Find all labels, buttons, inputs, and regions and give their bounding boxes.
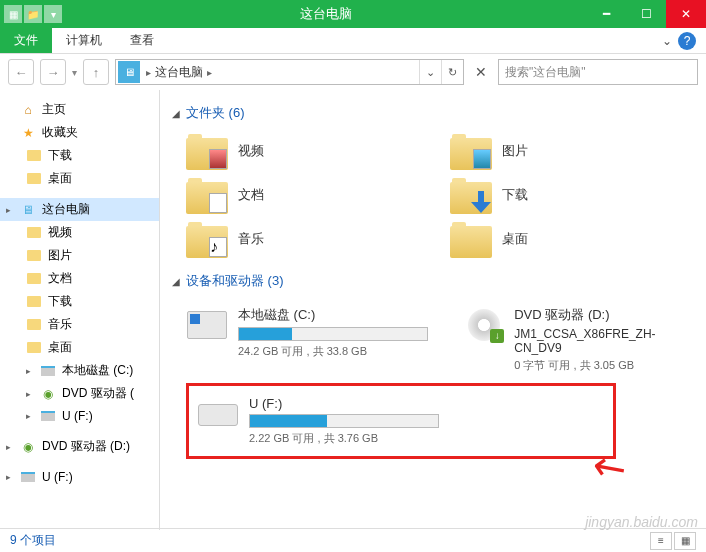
tree-label: 下载 <box>48 293 72 310</box>
tree-label: 音乐 <box>48 316 72 333</box>
folders-section-header[interactable]: ◢ 文件夹 (6) <box>172 104 694 122</box>
drive-stats: 24.2 GB 可用 , 共 33.8 GB <box>238 344 434 359</box>
drive-icon <box>40 408 56 424</box>
folder-music[interactable]: ♪音乐 <box>186 220 430 258</box>
properties-icon[interactable]: ▦ <box>4 5 22 23</box>
tree-favorites[interactable]: ★收藏夹 <box>0 121 159 144</box>
tab-computer[interactable]: 计算机 <box>52 28 116 53</box>
collapse-icon[interactable]: ◢ <box>172 276 180 287</box>
tree-downloads[interactable]: 下载 <box>0 290 159 313</box>
drive-u[interactable]: U (F:) 2.22 GB 可用 , 共 3.76 GB <box>197 390 605 452</box>
caret-icon[interactable]: ▸ <box>6 472 14 482</box>
address-bar[interactable]: 🖥 ▸ 这台电脑 ▸ ⌄ ↻ <box>115 59 464 85</box>
dropdown-icon[interactable]: ▾ <box>44 5 62 23</box>
maximize-button[interactable]: ☐ <box>626 0 666 28</box>
folder-label: 视频 <box>238 142 264 160</box>
pc-icon: 🖥 <box>20 202 36 218</box>
drive-sublabel: JM1_CCSA_X86FRE_ZH-CN_DV9 <box>514 327 694 355</box>
folder-icon <box>26 294 42 310</box>
tree-desktop[interactable]: 桌面 <box>0 336 159 359</box>
tree-home[interactable]: ⌂主页 <box>0 98 159 121</box>
section-title: 文件夹 (6) <box>186 104 245 122</box>
watermark: jingyan.baidu.com <box>585 514 698 530</box>
icons-view-button[interactable]: ▦ <box>674 532 696 550</box>
close-button[interactable]: ✕ <box>666 0 706 28</box>
drive-dvd[interactable]: DVD 驱动器 (D:) JM1_CCSA_X86FRE_ZH-CN_DV9 0… <box>464 300 694 379</box>
address-dropdown-icon[interactable]: ⌄ <box>419 60 441 84</box>
item-count: 9 个项目 <box>10 532 56 549</box>
folder-icon <box>26 171 42 187</box>
navigation-bar: ← → ▾ ↑ 🖥 ▸ 这台电脑 ▸ ⌄ ↻ ✕ 搜索"这台电脑" <box>0 54 706 90</box>
caret-icon[interactable]: ▸ <box>6 442 14 452</box>
folder-icon <box>26 317 42 333</box>
caret-icon[interactable]: ▸ <box>26 411 34 421</box>
music-folder-icon: ♪ <box>186 220 228 258</box>
refresh-button[interactable]: ↻ <box>441 60 463 84</box>
forward-button[interactable]: → <box>40 59 66 85</box>
tree-pictures[interactable]: 图片 <box>0 244 159 267</box>
tree-label: 主页 <box>42 101 66 118</box>
folder-downloads[interactable]: 下载 <box>450 176 694 214</box>
drives-section-header[interactable]: ◢ 设备和驱动器 (3) <box>172 272 694 290</box>
main-area: ⌂主页 ★收藏夹 下载 桌面 ▸🖥这台电脑 视频 图片 文档 下载 音乐 桌面 … <box>0 90 706 530</box>
pc-icon: 🖥 <box>118 61 140 83</box>
star-icon: ★ <box>20 125 36 141</box>
folder-pictures[interactable]: 图片 <box>450 132 694 170</box>
drive-stats: 0 字节 可用 , 共 3.05 GB <box>514 358 694 373</box>
tree-music[interactable]: 音乐 <box>0 313 159 336</box>
folder-icon <box>26 225 42 241</box>
dvd-icon: ◉ <box>40 386 56 402</box>
highlighted-drive: U (F:) 2.22 GB 可用 , 共 3.76 GB <box>186 383 616 459</box>
tree-u-drive[interactable]: ▸U (F:) <box>0 466 159 488</box>
hdd-icon <box>186 306 228 344</box>
tree-dvd-drive[interactable]: ▸◉DVD 驱动器 (D:) <box>0 435 159 458</box>
history-dropdown-icon[interactable]: ▾ <box>72 67 77 78</box>
search-placeholder: 搜索"这台电脑" <box>505 64 586 81</box>
help-button[interactable]: ? <box>678 32 696 50</box>
tree-desktop[interactable]: 桌面 <box>0 167 159 190</box>
tree-videos[interactable]: 视频 <box>0 221 159 244</box>
details-view-button[interactable]: ≡ <box>650 532 672 550</box>
drive-icon <box>40 363 56 379</box>
collapse-icon[interactable]: ◢ <box>172 108 180 119</box>
back-button[interactable]: ← <box>8 59 34 85</box>
downloads-folder-icon <box>450 176 492 214</box>
breadcrumb-separator-icon[interactable]: ▸ <box>203 67 216 78</box>
tree-label: 收藏夹 <box>42 124 78 141</box>
status-bar: 9 个项目 ≡ ▦ <box>0 528 706 552</box>
tree-this-pc[interactable]: ▸🖥这台电脑 <box>0 198 159 221</box>
breadcrumb-separator-icon: ▸ <box>142 67 155 78</box>
tree-downloads[interactable]: 下载 <box>0 144 159 167</box>
file-tab[interactable]: 文件 <box>0 28 52 53</box>
tree-label: 桌面 <box>48 339 72 356</box>
clear-button[interactable]: ✕ <box>470 59 492 85</box>
capacity-bar <box>249 414 439 428</box>
tree-label: 本地磁盘 (C:) <box>62 362 133 379</box>
tree-label: 下载 <box>48 147 72 164</box>
breadcrumb[interactable]: 这台电脑 <box>155 64 203 81</box>
ribbon-expand-icon[interactable]: ⌄ <box>662 34 672 48</box>
tree-dvd[interactable]: ▸◉DVD 驱动器 ( <box>0 382 159 405</box>
caret-icon[interactable]: ▸ <box>26 389 34 399</box>
tree-u-drive[interactable]: ▸U (F:) <box>0 405 159 427</box>
home-icon: ⌂ <box>20 102 36 118</box>
pictures-folder-icon <box>450 132 492 170</box>
caret-icon[interactable]: ▸ <box>26 366 34 376</box>
content-pane: ◢ 文件夹 (6) 视频 图片 文档 下载 ♪音乐 桌面 ◢ 设备和驱动器 (3… <box>160 90 706 530</box>
folder-label: 图片 <box>502 142 528 160</box>
tree-documents[interactable]: 文档 <box>0 267 159 290</box>
folder-label: 下载 <box>502 186 528 204</box>
folder-desktop[interactable]: 桌面 <box>450 220 694 258</box>
folder-icon[interactable]: 📁 <box>24 5 42 23</box>
folder-documents[interactable]: 文档 <box>186 176 430 214</box>
folder-videos[interactable]: 视频 <box>186 132 430 170</box>
drive-label: U (F:) <box>249 396 605 411</box>
search-input[interactable]: 搜索"这台电脑" <box>498 59 698 85</box>
up-button[interactable]: ↑ <box>83 59 109 85</box>
tree-label: 视频 <box>48 224 72 241</box>
drive-c[interactable]: 本地磁盘 (C:) 24.2 GB 可用 , 共 33.8 GB <box>186 300 434 379</box>
caret-icon[interactable]: ▸ <box>6 205 14 215</box>
tab-view[interactable]: 查看 <box>116 28 168 53</box>
minimize-button[interactable]: ━ <box>586 0 626 28</box>
tree-drive-c[interactable]: ▸本地磁盘 (C:) <box>0 359 159 382</box>
